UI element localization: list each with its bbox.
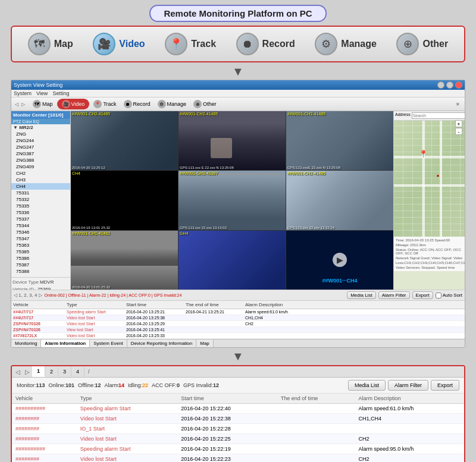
sw-tree-item-ch4[interactable]: CH4	[11, 183, 70, 190]
alarm-row[interactable]: ##4U7/717 Speeding alarm Start 2016-04-2…	[11, 309, 465, 315]
sw-tree-item-75344[interactable]: 75344	[11, 222, 70, 229]
table-row[interactable]: ######## Video lost Start 2016-04-20 15:…	[12, 434, 464, 444]
nav-item-manage[interactable]: ⚙ Manage	[309, 30, 383, 58]
sw-tree-item-75387[interactable]: 75387	[11, 262, 70, 268]
sw-tab-system[interactable]: System Event	[90, 340, 127, 347]
sw-left-header: Monitor Center [101/0]	[11, 111, 70, 119]
bp-tab-2[interactable]: 2	[45, 367, 58, 376]
sw-tree-item-ch2[interactable]: CH2	[11, 170, 70, 177]
sw-media-list-btn[interactable]: Media List	[347, 291, 375, 299]
sw-nav-video[interactable]: 🎥 Video	[57, 99, 90, 109]
video-cell-4[interactable]: CH4 2016-04-19 13:01 25.32	[71, 171, 178, 230]
video-cell-8[interactable]: GH4	[178, 231, 286, 290]
sw-tab-alarm[interactable]: Alarm Information	[41, 340, 90, 347]
map-info-extra: Loss:CH1;CH2;CH3;CH4;CH5;CH6;CH7;CH8	[395, 260, 464, 265]
sw-tree-item-75388[interactable]: 75388	[11, 268, 70, 275]
table-row[interactable]: ######## IO_1 Start 2016-04-20 15:22:28	[12, 424, 464, 434]
sw-tab-map[interactable]: Map	[196, 340, 214, 347]
vc7-time: 2016-04-20 13:01:25.32	[72, 285, 110, 289]
alarm-row[interactable]: ZSP#N#70326 Video lost Start 2016-04-20 …	[11, 321, 465, 327]
sw-minimize-btn[interactable]	[437, 81, 444, 89]
sw-tree-item-75335[interactable]: 75335	[11, 203, 70, 209]
sw-tree-item-zng387[interactable]: ZNG387	[11, 150, 70, 157]
menu-system[interactable]: System	[14, 90, 32, 96]
alarm-row[interactable]: ZSP#N#70326 View lost Start 2016-04-20 1…	[11, 327, 465, 333]
sw-tree-item-75332[interactable]: 75332	[11, 196, 70, 203]
bp-header: Monitor:113 Online:101 Offline:12 Alarm1…	[12, 378, 464, 394]
video-cell-9[interactable]: ▶ ##W001···CH4	[286, 231, 393, 290]
sw-nav-map[interactable]: 🗺 Map	[30, 99, 56, 109]
bp-tab-4[interactable]: 4	[71, 367, 84, 376]
alarm-row[interactable]: ##7#8172LX Video lost Start 2016-04-20 1…	[11, 333, 465, 339]
sw-tree-item-75386[interactable]: 75386	[11, 255, 70, 262]
bp-stat-gps: GPS Invalid:12	[183, 382, 219, 388]
sw-nav-record[interactable]: ⏺ Record	[121, 99, 154, 109]
menu-setting[interactable]: Setting	[52, 90, 69, 96]
nav-item-track[interactable]: 📍 Track	[159, 30, 222, 58]
video-cell-6[interactable]: ##W001-CH2-41485 GPS:113.xxx 22.xxx 13:2…	[286, 171, 393, 230]
map-zoom-in[interactable]: +	[455, 120, 462, 127]
video-cell-2[interactable]: ##W001-CH2-41485 GPS:113.xxx E 22.xxx N …	[178, 111, 286, 170]
bp-alarm-filter-btn[interactable]: Alarm Filter	[388, 380, 428, 391]
sw-tree-item-75385[interactable]: 75385	[11, 249, 70, 255]
sw-nav-track[interactable]: 📍 Track	[90, 99, 119, 109]
bp-prev-arrow[interactable]: ◁	[13, 367, 23, 376]
sw-tab-device[interactable]: Device Reporting Information	[127, 340, 197, 347]
sw-close-x[interactable]: ✕	[453, 101, 462, 108]
nav-item-video[interactable]: 🎥 Video	[87, 30, 151, 58]
td-desc: CH1,CH4	[355, 414, 464, 424]
bp-export-btn[interactable]: Export	[431, 380, 459, 391]
vc3-label: ##W001-CH2-41485	[287, 112, 325, 116]
sw-page-nav: ◁ 1, 2, 3, 4 ▷	[14, 293, 42, 298]
table-row[interactable]: ########## Speeding alarm Start 2016-04-…	[12, 444, 464, 454]
sw-tree-item-zng244[interactable]: ZNG244	[11, 137, 70, 144]
sw-tree-item-zng[interactable]: ZNG	[11, 131, 70, 137]
sw-alarm-filter-btn[interactable]: Alarm Filter	[378, 291, 410, 299]
sw-close-btn[interactable]	[455, 81, 462, 89]
menu-view[interactable]: View	[36, 90, 48, 96]
sw-nav-map-label: Map	[42, 101, 53, 107]
table-row[interactable]: ######## Video lost Start 2016-04-20 15:…	[12, 454, 464, 463]
sw-tab-monitoring[interactable]: Monitoring	[11, 340, 41, 347]
sw-maximize-btn[interactable]	[446, 81, 453, 89]
toolbar-icon-2[interactable]: ▷	[20, 101, 26, 108]
sw-map[interactable]: 📍 ●	[394, 121, 465, 237]
sw-tree-item-75346[interactable]: 75346	[11, 229, 70, 235]
sw-tree-item-75336[interactable]: 75336	[11, 209, 70, 216]
sw-tree-item-75331[interactable]: 75331	[11, 190, 70, 196]
sw-tree-item-75347[interactable]: 75347	[11, 235, 70, 242]
map-zoom-out[interactable]: -	[455, 128, 462, 135]
bp-next-arrow[interactable]: ▷	[23, 367, 32, 376]
sw-auto-sort-checkbox[interactable]	[436, 293, 441, 298]
video-cell-3[interactable]: ##W001-CH2-41485 GPS:113.xxxE 22.xxx N 1…	[286, 111, 393, 170]
toolbar-icon-1[interactable]: ◁	[14, 101, 20, 108]
bp-tab-1[interactable]: 1	[32, 366, 45, 377]
nav-item-record[interactable]: ⏺ Record	[230, 30, 301, 58]
nav-item-map[interactable]: 🗺 Map	[22, 30, 79, 58]
video-cell-5[interactable]: ##W001-GH2-41997 GPS:113.xxx 22.xxx 13:1…	[178, 171, 286, 230]
sw-nav-other[interactable]: ⊕ Other	[190, 99, 220, 109]
sw-export-btn[interactable]: Export	[412, 291, 433, 299]
sw-tree-item-zng247[interactable]: ZNG247	[11, 144, 70, 150]
sw-titlebar: System View Setting	[11, 80, 465, 90]
sw-map-address-label: Address	[395, 112, 411, 119]
bp-tab-3[interactable]: 3	[58, 367, 71, 376]
sw-tree-item-zng409[interactable]: ZNG409	[11, 164, 70, 170]
bp-media-list-btn[interactable]: Media List	[348, 380, 386, 391]
sw-tree-item-75363[interactable]: 75363	[11, 242, 70, 249]
sw-tree-item-ch3[interactable]: CH3	[11, 177, 70, 183]
nav-item-other[interactable]: ⊕ Other	[390, 30, 454, 58]
sw-tree-item-75337[interactable]: 75337	[11, 216, 70, 222]
sw-map-search-input[interactable]	[412, 112, 465, 119]
alarm-row[interactable]: ##4U7/717 Video lost Start 2016-04-20 13…	[11, 315, 465, 321]
video-cell-7[interactable]: ##W001-CH1-41482 2016-04-20 13:01:25.32	[71, 231, 178, 290]
video-cell-1[interactable]: ##W001-CH2-41485 2016-04-20 13:25:12	[71, 111, 178, 170]
video-icon: 🎥	[93, 33, 115, 55]
table-row[interactable]: ######## Video lost Start 2016-04-20 15:…	[12, 414, 464, 424]
table-row[interactable]: ########## Speeding alarm Start 2016-04-…	[12, 404, 464, 414]
sw-tree-root[interactable]: ▼ MR2/2	[11, 124, 70, 131]
ah-end: The end of time	[184, 301, 243, 309]
sw-nav-manage[interactable]: ⚙ Manage	[155, 99, 190, 109]
play-button[interactable]: ▶	[333, 253, 347, 267]
sw-tree-item-zng388[interactable]: ZNG388	[11, 157, 70, 164]
